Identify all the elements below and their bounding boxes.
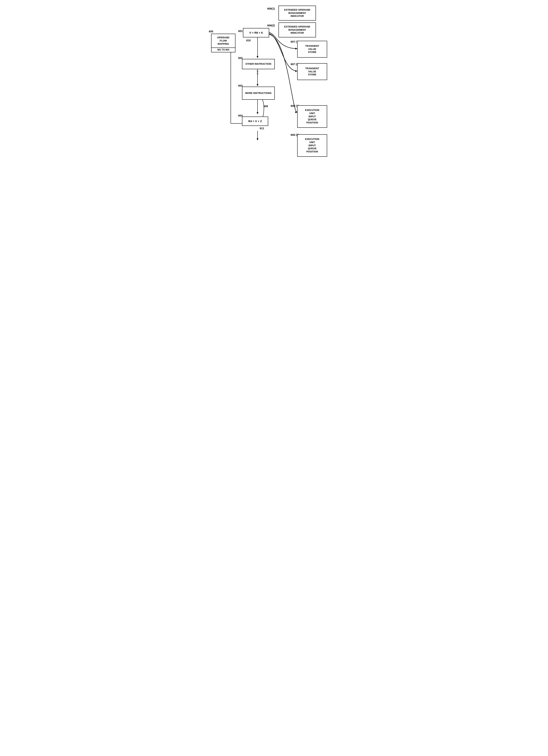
svg-line-5 bbox=[257, 73, 258, 74]
box-euiq1: EXECUTION UNIT INPUT QUEUE POSITION bbox=[297, 105, 327, 128]
operand-flow-sub: 601 TO 604 bbox=[211, 48, 235, 52]
svg-marker-18 bbox=[256, 138, 258, 140]
box-emi2: EXTENDED OPERAND MANAGEMENT INDICATOR bbox=[279, 22, 316, 37]
label-606-1: 606(1) bbox=[267, 7, 275, 10]
svg-line-4 bbox=[257, 71, 258, 72]
label-611: 611 bbox=[260, 127, 264, 130]
box-tvs1: TRANSIENT VALUE STORE bbox=[297, 41, 327, 58]
box-emi1: EXTENDED OPERAND MANAGEMENT INDICATOR bbox=[279, 6, 316, 21]
svg-marker-11 bbox=[295, 70, 297, 72]
diagram-container: 605 OPERAND FLOW MAPPING 601 TO 604 606(… bbox=[205, 4, 343, 193]
label-605: 605 bbox=[209, 30, 213, 33]
label-606-2: 606(2) bbox=[267, 24, 275, 27]
svg-marker-7 bbox=[256, 84, 258, 86]
svg-marker-12 bbox=[295, 111, 297, 113]
box-inst603: MORE INSTRUCTIONS bbox=[242, 87, 275, 100]
label-610: 610 bbox=[246, 39, 250, 42]
operand-flow-title: OPERAND FLOW MAPPING bbox=[216, 34, 230, 48]
label-609: 609 bbox=[263, 105, 268, 108]
label-601: 601 bbox=[238, 30, 242, 33]
svg-marker-2 bbox=[256, 56, 258, 58]
svg-marker-10 bbox=[295, 48, 297, 50]
box-inst602: OTHER INSTRUCTION bbox=[242, 59, 275, 69]
box-tvs2: TRANSIENT VALUE STORE bbox=[297, 63, 327, 80]
box-inst601: V = R8 + 6 bbox=[243, 28, 269, 37]
box-inst604: R4 = V + Z bbox=[242, 117, 268, 126]
svg-marker-9 bbox=[256, 112, 258, 114]
box-euiq2: EXECUTION UNIT INPUT QUEUE POSITION bbox=[297, 134, 327, 157]
box-operand-flow: OPERAND FLOW MAPPING 601 TO 604 bbox=[211, 34, 235, 52]
